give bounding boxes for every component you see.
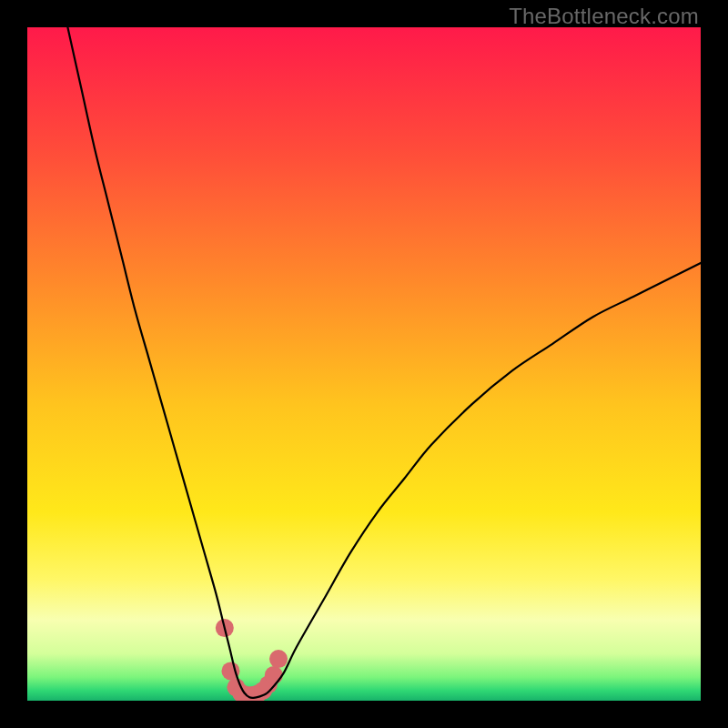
plot-area — [27, 27, 701, 701]
bottleneck-curve — [67, 27, 701, 698]
curves-layer — [27, 27, 701, 701]
optimal-marker — [265, 666, 283, 684]
chart-frame: TheBottleneck.com — [0, 0, 728, 728]
optimal-marker — [269, 650, 288, 668]
watermark-text: TheBottleneck.com — [509, 4, 699, 29]
